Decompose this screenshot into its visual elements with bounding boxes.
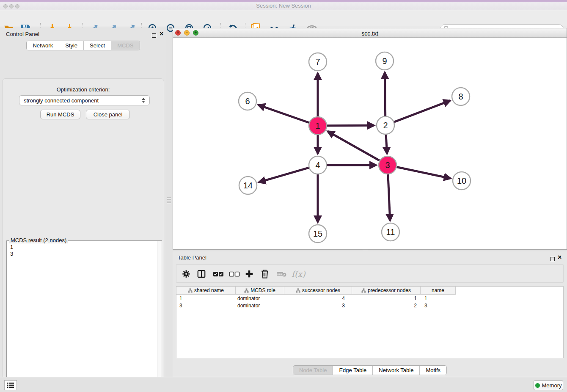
graph-node-6[interactable]: 6 <box>239 92 256 110</box>
control-panel: Control Panel × Network Style Select MCD… <box>0 28 166 377</box>
hierarchy-icon <box>296 288 300 293</box>
close-panel-button[interactable]: Close panel <box>86 110 130 119</box>
task-history-button[interactable] <box>4 380 17 390</box>
graph-edge-1-2[interactable] <box>327 125 374 126</box>
select-all-icon[interactable] <box>213 268 224 279</box>
graph-node-7[interactable]: 7 <box>309 53 327 71</box>
memory-button[interactable]: Memory <box>534 380 563 390</box>
column-header-successor-nodes[interactable]: successor nodes <box>284 287 352 295</box>
network-view-window: ✕ − + scc.txt 7968124314101511 <box>173 28 567 250</box>
graph-node-14[interactable]: 14 <box>239 177 257 194</box>
graph-edge-2-3[interactable] <box>386 135 387 154</box>
table-toolbar: f(x) <box>176 264 564 283</box>
column-header-mcds-role[interactable]: MCDS role <box>236 287 284 295</box>
graph-node-3[interactable]: 3 <box>379 156 396 174</box>
cell-shared-name[interactable]: 3 <box>176 302 236 309</box>
mcds-result-box: MCDS result (2 nodes) 1 3 <box>6 240 162 392</box>
tab-select[interactable]: Select <box>84 41 111 50</box>
table-row[interactable]: 3 dominator 3 2 3 <box>176 302 563 309</box>
memory-label: Memory <box>542 382 562 389</box>
column-header-predecessor-nodes[interactable]: predecessor nodes <box>352 287 421 295</box>
cell-mcds-role[interactable]: dominator <box>236 302 284 309</box>
graph-node-15[interactable]: 15 <box>309 225 327 243</box>
tab-network-table[interactable]: Network Table <box>373 366 420 375</box>
tab-node-table[interactable]: Node Table <box>293 366 333 375</box>
status-bar: Memory <box>0 377 567 392</box>
select-stepper-icon <box>142 98 145 103</box>
graph-node-4[interactable]: 4 <box>309 156 327 174</box>
graph-edge-2-8[interactable] <box>394 101 450 122</box>
graph-node-2[interactable]: 2 <box>377 116 394 134</box>
svg-text:7: 7 <box>315 57 320 66</box>
svg-text:15: 15 <box>313 229 322 238</box>
app-titlebar: Session: New Session <box>0 0 567 10</box>
graph-node-1[interactable]: 1 <box>309 117 327 135</box>
list-icon <box>7 382 14 389</box>
hierarchy-icon <box>188 288 193 293</box>
svg-text:10: 10 <box>457 176 466 185</box>
tab-style[interactable]: Style <box>59 41 84 50</box>
table-tabs: Node Table Edge Table Network Table Moti… <box>173 365 567 375</box>
criterion-select[interactable]: strongly connected component <box>19 95 150 105</box>
cell-successor-nodes[interactable]: 4 <box>284 295 352 302</box>
tab-edge-table[interactable]: Edge Table <box>333 366 373 375</box>
table-panel-title: Table Panel <box>178 254 206 261</box>
create-column-plus-icon[interactable] <box>245 268 254 279</box>
graph-node-8[interactable]: 8 <box>452 88 470 105</box>
table-row[interactable]: 1 dominator 4 1 1 <box>176 295 563 302</box>
network-canvas[interactable]: 7968124314101511 <box>173 38 567 249</box>
memory-status-dot <box>535 383 540 388</box>
optimization-criterion-label: Optimization criterion: <box>3 86 164 93</box>
tab-motifs[interactable]: Motifs <box>420 366 446 375</box>
function-builder-icon-disabled: f(x) <box>292 268 306 279</box>
column-header-shared-name[interactable]: shared name <box>176 287 236 295</box>
tab-mcds[interactable]: MCDS <box>111 41 139 50</box>
vertical-splitter-handle[interactable] <box>167 197 171 204</box>
column-header-name[interactable]: name <box>421 287 456 295</box>
svg-text:1: 1 <box>315 121 320 130</box>
cell-predecessor-nodes[interactable]: 2 <box>352 302 421 309</box>
delete-column-trash-icon[interactable] <box>261 268 269 279</box>
graph-node-9[interactable]: 9 <box>376 52 394 70</box>
tab-network[interactable]: Network <box>27 41 59 50</box>
graph-node-11[interactable]: 11 <box>382 223 399 241</box>
cell-successor-nodes[interactable]: 3 <box>284 302 352 309</box>
mcds-tab-content: Optimization criterion: strongly connect… <box>2 78 164 392</box>
control-panel-float-icon[interactable] <box>152 32 156 39</box>
control-panel-tabs: Network Style Select MCDS <box>26 41 140 50</box>
deselect-all-icon[interactable] <box>229 268 240 279</box>
control-panel-close-icon[interactable]: × <box>160 31 163 36</box>
node-table: shared name MCDS role successor nodes pr… <box>176 286 564 358</box>
cell-shared-name[interactable]: 1 <box>176 295 236 302</box>
run-mcds-button[interactable]: Run MCDS <box>40 110 80 119</box>
result-scrollbar[interactable] <box>157 241 161 392</box>
svg-text:14: 14 <box>243 181 253 190</box>
table-panel-float-icon[interactable] <box>550 255 555 263</box>
table-panel: Table Panel × f(x) shared name <box>173 251 567 377</box>
mcds-result-text[interactable]: 1 3 <box>7 242 157 392</box>
control-panel-title: Control Panel <box>6 31 39 37</box>
window-title: Session: New Session <box>0 3 567 9</box>
hierarchy-icon <box>361 288 366 293</box>
graph-edge-3-1[interactable] <box>328 131 380 160</box>
delete-table-icon-disabled <box>276 268 286 279</box>
network-window-titlebar[interactable]: ✕ − + scc.txt <box>173 28 567 38</box>
result-line: 3 <box>10 251 154 257</box>
graph-edge-2-9[interactable] <box>385 72 385 116</box>
cell-mcds-role[interactable]: dominator <box>236 295 284 302</box>
table-settings-gear-icon[interactable] <box>182 268 191 279</box>
graph-node-10[interactable]: 10 <box>453 172 471 190</box>
cell-name[interactable]: 1 <box>421 295 456 302</box>
graph-edge-3-11[interactable] <box>388 174 390 221</box>
svg-text:8: 8 <box>458 92 463 101</box>
graph-edge-3-10[interactable] <box>397 167 451 179</box>
show-columns-icon[interactable] <box>197 268 206 279</box>
table-panel-close-icon[interactable]: × <box>558 255 561 260</box>
cell-name[interactable]: 3 <box>421 302 456 309</box>
graph-edge-4-14[interactable] <box>259 168 309 182</box>
criterion-selected-value: strongly connected component <box>24 97 99 104</box>
svg-text:3: 3 <box>385 160 390 170</box>
network-window-title: scc.txt <box>173 30 567 37</box>
graph-edge-1-6[interactable] <box>258 105 309 123</box>
cell-predecessor-nodes[interactable]: 1 <box>352 295 421 302</box>
